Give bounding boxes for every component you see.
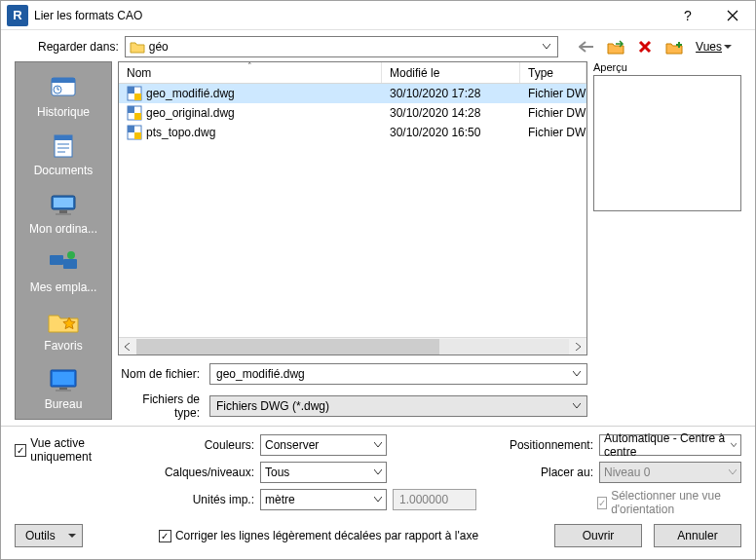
window-title: Lier les formats CAO — [34, 9, 665, 22]
look-in-combo[interactable]: géo — [125, 36, 558, 57]
history-icon — [46, 74, 81, 101]
horizontal-scrollbar[interactable] — [119, 337, 586, 355]
file-modified: 30/10/2020 14:28 — [382, 106, 520, 120]
preview-label: Aperçu — [593, 61, 741, 73]
chevron-down-icon — [724, 44, 732, 50]
checkbox-checked-icon: ✓ — [15, 444, 26, 457]
filter-combo[interactable]: Fichiers DWG (*.dwg) — [209, 395, 587, 417]
file-name: pts_topo.dwg — [146, 126, 215, 139]
orient-view-checkbox: ✓ Sélectionner une vue d'orientation — [597, 489, 741, 516]
column-modified[interactable]: Modifié le — [382, 62, 520, 83]
svg-rect-14 — [59, 388, 67, 390]
look-in-toolbar: Vues — [575, 36, 741, 57]
sort-caret-icon: ˄ — [247, 61, 252, 71]
svg-rect-6 — [54, 198, 73, 207]
placeat-label: Placer au: — [496, 466, 593, 479]
scroll-right-icon[interactable] — [569, 338, 586, 355]
place-desktop[interactable]: Bureau — [16, 360, 111, 419]
colors-label: Couleurs: — [161, 438, 254, 452]
scroll-track[interactable] — [136, 339, 569, 355]
svg-rect-18 — [134, 93, 141, 100]
layers-combo[interactable]: Tous — [260, 462, 387, 483]
filename-label: Nom de fichier: — [118, 367, 204, 381]
scroll-thumb[interactable] — [136, 339, 439, 355]
tools-button[interactable]: Outils — [15, 524, 83, 547]
app-icon: R — [7, 5, 28, 26]
favorites-icon — [46, 308, 81, 335]
file-type: Fichier DW — [520, 87, 586, 100]
look-in-value: géo — [149, 40, 540, 54]
chevron-down-icon — [573, 403, 581, 409]
folder-icon — [130, 40, 145, 54]
scroll-left-icon[interactable] — [119, 338, 136, 355]
chevron-down-icon — [573, 371, 581, 377]
filename-row: Nom de fichier: geo_modifié.dwg — [118, 363, 587, 385]
svg-rect-1 — [52, 78, 75, 83]
filter-row: Fichiers de type: Fichiers DWG (*.dwg) — [118, 392, 587, 420]
positioning-combo[interactable]: Automatique - Centre à centre — [599, 434, 741, 456]
svg-point-11 — [67, 251, 75, 259]
help-button[interactable]: ? — [665, 1, 710, 30]
chevron-down-icon — [68, 533, 76, 539]
open-button[interactable]: Ouvrir — [554, 524, 642, 547]
views-dropdown[interactable]: Vues — [692, 40, 736, 54]
file-row[interactable]: pts_topo.dwg30/10/2020 16:50Fichier DW — [119, 123, 586, 142]
svg-rect-8 — [56, 213, 71, 215]
close-button[interactable] — [710, 1, 755, 30]
filename-input[interactable]: geo_modifié.dwg — [209, 363, 587, 385]
new-folder-button[interactable] — [662, 36, 686, 57]
preview-panel: Aperçu — [593, 61, 741, 420]
svg-rect-17 — [128, 87, 134, 93]
up-folder-button[interactable] — [604, 36, 627, 57]
file-row[interactable]: geo_original.dwg30/10/2020 14:28Fichier … — [119, 103, 586, 123]
placeat-combo: Niveau 0 — [599, 462, 741, 483]
delete-button[interactable] — [633, 36, 657, 57]
cancel-button[interactable]: Annuler — [654, 524, 741, 547]
active-view-only-checkbox[interactable]: ✓ Vue active uniquement — [15, 436, 141, 464]
svg-rect-24 — [134, 132, 141, 139]
svg-rect-23 — [128, 126, 134, 132]
file-name: geo_original.dwg — [146, 106, 235, 120]
file-name: geo_modifié.dwg — [146, 87, 235, 100]
file-row[interactable]: geo_modifié.dwg30/10/2020 17:28Fichier D… — [119, 84, 586, 103]
correct-lines-checkbox[interactable]: ✓ Corriger les lignes légèrement décalée… — [159, 529, 478, 542]
chevron-down-icon — [540, 44, 553, 50]
column-name[interactable]: Nom ˄ — [119, 62, 382, 83]
checkbox-checked-icon: ✓ — [597, 497, 607, 509]
center-panel: Nom ˄ Modifié le Type geo_modifié.dwg30/… — [118, 61, 587, 420]
titlebar: R Lier les formats CAO ? — [1, 1, 755, 30]
chevron-down-icon — [374, 469, 382, 475]
filter-label: Fichiers de type: — [118, 392, 204, 420]
file-type: Fichier DW — [520, 106, 586, 120]
svg-rect-13 — [53, 372, 74, 385]
desktop-icon — [46, 366, 81, 393]
back-button[interactable] — [575, 36, 598, 57]
svg-rect-4 — [55, 135, 72, 140]
place-documents[interactable]: Documents — [16, 127, 111, 185]
place-history[interactable]: Historique — [16, 68, 111, 127]
look-in-row: Regarder dans: géo Vues — [1, 30, 755, 61]
place-computer[interactable]: Mon ordina... — [16, 185, 111, 243]
place-favorites[interactable]: Favoris — [16, 302, 111, 360]
file-type: Fichier DW — [520, 126, 586, 139]
network-icon — [46, 249, 81, 277]
file-list[interactable]: Nom ˄ Modifié le Type geo_modifié.dwg30/… — [118, 61, 587, 355]
column-type[interactable]: Type — [520, 62, 586, 83]
svg-rect-10 — [63, 259, 77, 269]
computer-icon — [46, 191, 81, 218]
svg-rect-20 — [128, 106, 134, 113]
layers-label: Calques/niveaux: — [161, 466, 254, 479]
documents-icon — [46, 132, 81, 160]
chevron-down-icon — [729, 469, 737, 475]
svg-rect-15 — [56, 390, 71, 392]
units-combo[interactable]: mètre — [260, 489, 387, 510]
options-panel: ✓ Vue active uniquement Couleurs: Conser… — [1, 426, 755, 559]
checkbox-checked-icon: ✓ — [159, 530, 171, 542]
place-network[interactable]: Mes empla... — [16, 243, 111, 302]
chevron-down-icon — [731, 442, 737, 448]
chevron-down-icon — [374, 497, 382, 503]
colors-combo[interactable]: Conserver — [260, 434, 387, 456]
dialog-window: R Lier les formats CAO ? Regarder dans: … — [0, 0, 756, 560]
units-label: Unités imp.: — [161, 493, 254, 506]
file-list-header: Nom ˄ Modifié le Type — [119, 62, 586, 84]
